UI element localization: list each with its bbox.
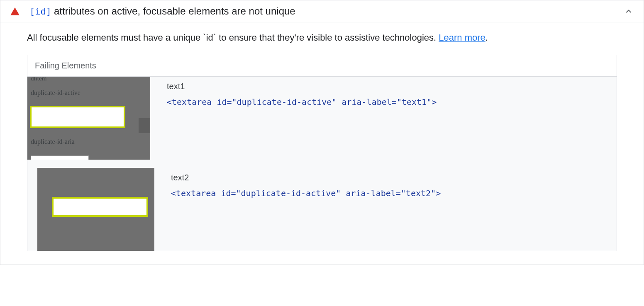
- chevron-up-icon[interactable]: [624, 6, 634, 16]
- thumb-label: duplicate-id-active: [31, 89, 80, 97]
- audit-card: [id] attributes on active, focusable ele…: [0, 0, 644, 265]
- audit-description: All focusable elements must have a uniqu…: [27, 32, 617, 43]
- element-thumbnail: [37, 168, 154, 251]
- code-snippet: <textarea id="duplicate-id-active" aria-…: [171, 188, 617, 198]
- thumb-label: dlitem: [31, 77, 46, 83]
- error-triangle-icon: [10, 7, 20, 15]
- audit-title-code: [id]: [29, 6, 51, 17]
- audit-header[interactable]: [id] attributes on active, focusable ele…: [0, 0, 644, 22]
- failing-detail: text1 <textarea id="duplicate-id-active"…: [167, 77, 617, 107]
- audit-title-text: attributes on active, focusable elements…: [54, 5, 295, 17]
- failing-elements-header: Failing Elements: [27, 55, 617, 77]
- learn-more-link[interactable]: Learn more: [439, 32, 485, 43]
- thumb-divider: [139, 118, 150, 133]
- audit-title: [id] attributes on active, focusable ele…: [29, 5, 624, 17]
- failing-label: text2: [171, 173, 617, 182]
- highlight-box: [52, 197, 148, 217]
- code-snippet: <textarea id="duplicate-id-active" aria-…: [167, 97, 617, 107]
- failing-detail: text2 <textarea id="duplicate-id-active"…: [171, 168, 617, 198]
- failing-item[interactable]: dlitem duplicate-id-active duplicate-id-…: [27, 77, 617, 168]
- failing-label: text1: [167, 82, 617, 91]
- failing-item[interactable]: text2 <textarea id="duplicate-id-active"…: [27, 168, 617, 251]
- thumb-label: duplicate-id-aria: [31, 138, 75, 146]
- description-text: All focusable elements must have a uniqu…: [27, 32, 439, 43]
- audit-body: All focusable elements must have a uniqu…: [0, 22, 644, 265]
- failing-elements-list: dlitem duplicate-id-active duplicate-id-…: [27, 77, 617, 251]
- thumb-tiny-box: [31, 155, 89, 160]
- highlight-box: [30, 106, 125, 128]
- failing-elements-section: Failing Elements dlitem duplicate-id-act…: [27, 55, 617, 251]
- element-thumbnail: dlitem duplicate-id-active duplicate-id-…: [27, 77, 150, 160]
